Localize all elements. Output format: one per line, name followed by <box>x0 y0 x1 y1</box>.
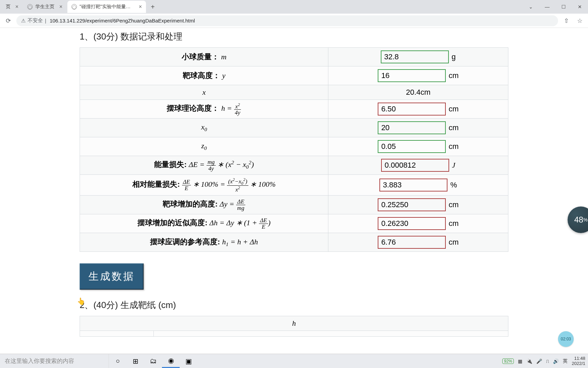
h1-input[interactable]: 6.76 <box>378 236 446 249</box>
label: 小球质量： <box>182 52 219 61</box>
label: 摆球增加的近似高度: <box>137 218 207 227</box>
unit: cm <box>449 142 459 151</box>
label: 能量损失: <box>154 160 186 169</box>
tab-label: "碰撞打靶"实验中能量损失的分析 <box>80 4 134 10</box>
tray-icon[interactable]: ▦ <box>518 358 522 364</box>
close-button[interactable]: ✕ <box>572 0 588 14</box>
section1-title: 1、(30分) 数据记录和处理 <box>80 28 508 47</box>
row-reference-height: 摆球应调的参考高度: h1 = h + Δh 6.76 cm <box>80 233 508 252</box>
battery-badge[interactable]: 92% <box>502 358 514 364</box>
tab-label: 页 <box>6 4 11 10</box>
system-tray: 92% ▦ 🔌 🎤 ⎍ 🔊 英 11:48 2022/1 <box>502 356 588 366</box>
globe-icon: ◌ <box>71 4 77 10</box>
x-value: 20.4cm <box>328 85 508 100</box>
row-pendulum-height-increase: 摆球增加的近似高度: Δh = Δy ∗ (1 + ΔEE) 0.26230 c… <box>80 214 508 233</box>
tab-0[interactable]: 页 × <box>2 1 22 13</box>
file-explorer-icon[interactable]: 🗂 <box>144 354 162 368</box>
security-warning: ⚠ 不安全 | <box>21 17 46 24</box>
formula-h: h = x24y <box>221 104 241 112</box>
float-timer-widget[interactable]: 02:03 <box>558 331 574 347</box>
close-icon[interactable]: × <box>15 4 18 10</box>
unit: cm <box>449 123 459 132</box>
label: 相对能量损失: <box>132 180 180 188</box>
chevron-down-icon[interactable]: ⌄ <box>523 0 539 14</box>
wifi-icon[interactable]: ⎍ <box>546 358 549 364</box>
tab-2[interactable]: ◌ "碰撞打靶"实验中能量损失的分析 × <box>67 1 146 13</box>
cortana-icon[interactable]: ○ <box>109 354 127 368</box>
dh-input[interactable]: 0.26230 <box>378 217 446 230</box>
unit: cm <box>449 71 459 80</box>
mass-input[interactable]: 32.8 <box>381 50 449 63</box>
symbol-x0: x0 <box>201 123 207 131</box>
star-icon[interactable]: ☆ <box>574 17 585 25</box>
section2-title: 2、(40分) 生成靶纸 (cm) <box>80 296 508 316</box>
share-icon[interactable]: ⇧ <box>561 17 572 25</box>
task-view-icon[interactable]: ⊞ <box>127 354 144 368</box>
tab-label: 学生主页 <box>35 4 54 10</box>
volume-icon[interactable]: 🔊 <box>553 358 559 364</box>
new-tab-button[interactable]: + <box>147 3 159 11</box>
formula-h1: h1 = h + Δh <box>222 237 258 246</box>
unit: % <box>450 181 457 189</box>
z0-input[interactable]: 0.05 <box>378 140 446 153</box>
security-label: 不安全 <box>28 17 43 24</box>
unit: g <box>452 52 456 61</box>
row-target-height-increase: 靶球增加的高度: Δy = ΔEmg 0.25250 cm <box>80 196 508 214</box>
chrome-icon[interactable]: ◉ <box>162 354 180 368</box>
target-paper-table: h <box>80 316 508 337</box>
row-target-height: 靶球高度： y 16 cm <box>80 66 508 85</box>
window-controls: ⌄ — ☐ ✕ <box>523 0 588 14</box>
symbol-m: m <box>221 52 227 61</box>
globe-icon: ◌ <box>27 4 33 10</box>
data-table: 小球质量： m 32.8 g 靶球高度： y 16 cm <box>80 47 508 252</box>
label: 摆球理论高度： <box>167 104 219 112</box>
taskbar-clock[interactable]: 11:48 2022/1 <box>572 356 585 366</box>
close-icon[interactable]: × <box>139 4 142 10</box>
unit: cm <box>449 219 459 228</box>
taskbar: 在这里输入你要搜索的内容 ○ ⊞ 🗂 ◉ ▣ 92% ▦ 🔌 🎤 ⎍ 🔊 英 1… <box>0 354 588 368</box>
symbol-y: y <box>222 71 226 80</box>
energy-loss-input[interactable]: 0.000812 <box>381 159 449 172</box>
mic-icon[interactable]: 🎤 <box>536 358 542 364</box>
row-x: x 20.4cm <box>80 85 508 100</box>
formula-dE: ΔE = mg4y ∗ (x2 − x02) <box>189 160 254 169</box>
address-bar-row: ⟳ ⚠ 不安全 | 106.13.141.229/experiment/6Pen… <box>0 14 588 28</box>
unit: cm <box>449 105 459 113</box>
taskbar-search-input[interactable]: 在这里输入你要搜索的内容 <box>0 354 109 368</box>
close-icon[interactable]: × <box>59 4 62 10</box>
usb-icon[interactable]: 🔌 <box>526 358 532 364</box>
address-bar[interactable]: ⚠ 不安全 | 106.13.141.229/experiment/6PengZ… <box>16 15 558 26</box>
relative-energy-loss-input[interactable]: 3.883 <box>379 179 447 191</box>
unit: J <box>452 161 455 169</box>
unit: cm <box>449 200 459 209</box>
label: 摆球应调的参考高度: <box>150 237 220 246</box>
generate-data-button[interactable]: 生成数据 <box>80 263 144 290</box>
row-h-theory: 摆球理论高度： h = x24y 6.50 cm <box>80 100 508 119</box>
reload-icon[interactable]: ⟳ <box>3 17 14 25</box>
row-mass: 小球质量： m 32.8 g <box>80 48 508 66</box>
h-theory-input[interactable]: 6.50 <box>378 103 446 116</box>
unit: cm <box>449 238 459 246</box>
row-z0: z0 0.05 cm <box>80 137 508 156</box>
browser-tab-strip: 页 × ◌ 学生主页 × ◌ "碰撞打靶"实验中能量损失的分析 × + ⌄ — … <box>0 0 588 14</box>
tab-1[interactable]: ◌ 学生主页 × <box>23 1 66 13</box>
ime-indicator[interactable]: 英 <box>563 358 568 364</box>
formula-dh: Δh = Δy ∗ (1 + ΔEE) <box>210 218 271 227</box>
page-viewport[interactable]: 1、(30分) 数据记录和处理 小球质量： m 32.8 g 靶球高度： y <box>0 28 588 354</box>
symbol-x: x <box>202 88 206 96</box>
warning-icon: ⚠ <box>21 18 26 24</box>
label: 靶球增加的高度: <box>163 200 217 208</box>
symbol-z0: z0 <box>201 141 207 150</box>
row-relative-energy-loss: 相对能量损失: ΔEE ∗ 100% = (x2−x02)x2 ∗ 100% 3… <box>80 175 508 196</box>
row-x0: x0 20 cm <box>80 119 508 137</box>
url-text: 106.13.141.229/experiment/6PengZhuangDaB… <box>50 18 195 24</box>
target-height-input[interactable]: 16 <box>378 69 446 82</box>
minimize-button[interactable]: — <box>539 0 555 14</box>
dy-input[interactable]: 0.25250 <box>378 198 446 211</box>
x0-input[interactable]: 20 <box>378 121 446 134</box>
app-icon[interactable]: ▣ <box>180 354 197 368</box>
label: 靶球高度： <box>183 71 220 80</box>
formula-dE-rel: ΔEE ∗ 100% = (x2−x02)x2 ∗ 100% <box>182 180 276 188</box>
maximize-button[interactable]: ☐ <box>555 0 572 14</box>
row-energy-loss: 能量损失: ΔE = mg4y ∗ (x2 − x02) 0.000812 J <box>80 156 508 175</box>
